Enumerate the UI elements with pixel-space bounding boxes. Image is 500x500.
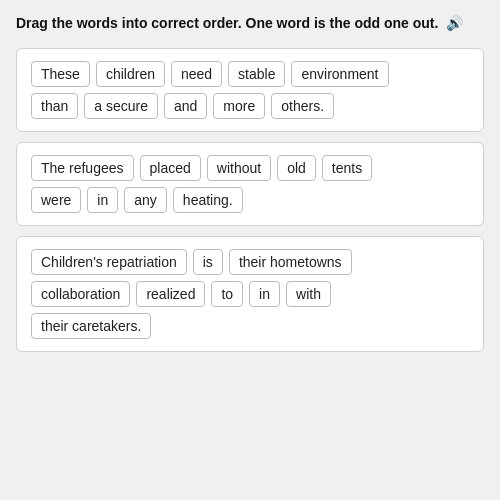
word-chip[interactable]: their caretakers. — [31, 313, 151, 339]
word-chip[interactable]: placed — [140, 155, 201, 181]
word-row-3-1: Children's repatriationistheir hometowns — [31, 249, 469, 275]
word-chip[interactable]: old — [277, 155, 316, 181]
word-chip[interactable]: more — [213, 93, 265, 119]
word-chip[interactable]: tents — [322, 155, 372, 181]
word-chip[interactable]: without — [207, 155, 271, 181]
instructions-text: Drag the words into correct order. One w… — [16, 15, 438, 31]
word-chip[interactable]: their hometowns — [229, 249, 352, 275]
word-chip[interactable]: Children's repatriation — [31, 249, 187, 275]
word-row-1-1: Thesechildrenneedstableenvironment — [31, 61, 469, 87]
word-chip[interactable]: These — [31, 61, 90, 87]
word-chip[interactable]: in — [249, 281, 280, 307]
word-chip[interactable]: to — [211, 281, 243, 307]
word-chip[interactable]: than — [31, 93, 78, 119]
exercise-box-2: The refugeesplacedwithoutoldtentswereina… — [16, 142, 484, 226]
word-row-3-2: collaborationrealizedtoinwith — [31, 281, 469, 307]
word-chip[interactable]: children — [96, 61, 165, 87]
word-row-3-3: their caretakers. — [31, 313, 469, 339]
exercise-box-3: Children's repatriationistheir hometowns… — [16, 236, 484, 352]
word-chip[interactable]: realized — [136, 281, 205, 307]
word-chip[interactable]: need — [171, 61, 222, 87]
word-chip[interactable]: and — [164, 93, 207, 119]
instructions: Drag the words into correct order. One w… — [16, 14, 484, 34]
word-chip[interactable]: heating. — [173, 187, 243, 213]
word-chip[interactable]: is — [193, 249, 223, 275]
word-row-1-2: thana secureandmoreothers. — [31, 93, 469, 119]
exercise-box-1: Thesechildrenneedstableenvironmentthana … — [16, 48, 484, 132]
word-chip[interactable]: any — [124, 187, 167, 213]
word-row-2-1: The refugeesplacedwithoutoldtents — [31, 155, 469, 181]
word-chip[interactable]: a secure — [84, 93, 158, 119]
word-chip[interactable]: collaboration — [31, 281, 130, 307]
speaker-icon[interactable]: 🔊 — [446, 14, 463, 34]
word-chip[interactable]: were — [31, 187, 81, 213]
word-chip[interactable]: with — [286, 281, 331, 307]
word-row-2-2: wereinanyheating. — [31, 187, 469, 213]
word-chip[interactable]: others. — [271, 93, 334, 119]
word-chip[interactable]: in — [87, 187, 118, 213]
word-chip[interactable]: The refugees — [31, 155, 134, 181]
word-chip[interactable]: environment — [291, 61, 388, 87]
word-chip[interactable]: stable — [228, 61, 285, 87]
